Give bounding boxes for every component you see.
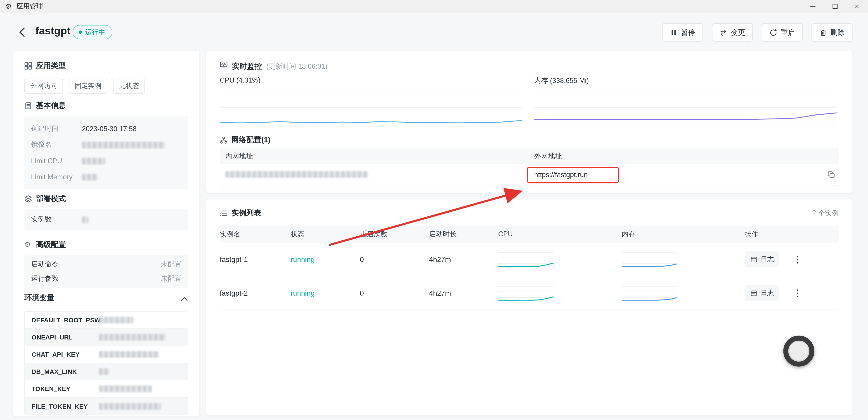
tag-fixed-instance: 固定实例 xyxy=(69,79,107,94)
env-value-redacted xyxy=(99,403,161,409)
cursor-ring xyxy=(783,336,814,367)
page-title: fastgpt xyxy=(35,25,70,37)
limit-cpu-redacted-value xyxy=(82,158,105,164)
instance-name: fastgpt-1 xyxy=(220,255,290,263)
instances-card: 实例列表 2 个实例 实例名 状态 重启次数 启动时长 CPU 内存 操作 fa… xyxy=(206,199,852,415)
instance-memory-sparkline xyxy=(622,248,745,270)
instance-restarts: 0 xyxy=(360,289,429,297)
run-params-row: 运行参数 未配置 xyxy=(31,271,182,286)
app-type-tags: 外网访问 固定实例 无状态 xyxy=(24,79,145,94)
env-vars-title: 环境变量 xyxy=(24,293,54,303)
run-params-label: 运行参数 xyxy=(31,274,59,283)
log-icon xyxy=(750,256,757,263)
deploy-mode-section-header: 部署模式 xyxy=(24,194,66,204)
limit-memory-label: Limit Memory xyxy=(31,173,82,181)
more-options-icon[interactable]: ⋮ xyxy=(793,254,802,264)
app-type-section-header: 应用类型 xyxy=(24,61,66,71)
window-titlebar: ⚙ 应用管理 × xyxy=(0,0,868,13)
env-row: DEFAULT_ROOT_PSW xyxy=(25,312,188,329)
env-value xyxy=(99,368,188,375)
instances-section-header: 实例列表 xyxy=(220,208,261,218)
env-value xyxy=(99,385,188,392)
pause-button-label: 暂停 xyxy=(681,27,695,37)
info-row-image: 镜像名 xyxy=(31,137,182,153)
instance-name: fastgpt-2 xyxy=(220,289,290,297)
cpu-chart xyxy=(220,88,522,129)
back-button[interactable] xyxy=(17,26,29,38)
info-row-created: 创建时间 2023-05-30 17:58 xyxy=(31,121,182,137)
env-value-redacted xyxy=(99,368,109,375)
copy-icon[interactable] xyxy=(827,171,835,179)
gear-icon: ⚙ xyxy=(24,241,32,248)
pause-button[interactable]: 暂停 xyxy=(662,23,703,41)
env-row: FILE_TOKEN_KEY xyxy=(25,398,188,415)
delete-button-label: 删除 xyxy=(831,27,845,37)
external-url-link[interactable]: https://fastgpt.run xyxy=(534,171,588,179)
log-button[interactable]: 日志 xyxy=(745,285,779,301)
launch-command-value: 未配置 xyxy=(161,260,182,269)
network-title: 网络配置(1) xyxy=(231,135,271,145)
env-key: DB_MAX_LINK xyxy=(25,368,99,375)
close-icon: × xyxy=(855,3,859,10)
pause-icon xyxy=(670,29,678,36)
launch-command-row: 启动命令 未配置 xyxy=(31,257,182,271)
env-vars-section-header: 环境变量 xyxy=(24,293,188,303)
memory-chart-label: 内存 (338.655 Mi) xyxy=(534,77,589,86)
delete-button[interactable]: 删除 xyxy=(811,23,852,41)
env-key: DEFAULT_ROOT_PSW xyxy=(25,317,99,323)
external-url-highlight-box: https://fastgpt.run xyxy=(527,167,619,183)
app-info-sidebar: 应用类型 外网访问 固定实例 无状态 基本信息 创建时间 2023-05-30 … xyxy=(13,51,199,416)
created-label: 创建时间 xyxy=(31,124,82,133)
instance-count-label: 实例数 xyxy=(31,215,82,224)
close-button[interactable]: × xyxy=(846,0,868,13)
network-section-header: 网络配置(1) xyxy=(220,135,271,145)
instances-table-header: 实例名 状态 重启次数 启动时长 CPU 内存 操作 xyxy=(220,226,839,242)
change-icon xyxy=(720,29,727,36)
minimize-icon xyxy=(810,6,815,6)
env-key: TOKEN_KEY xyxy=(25,385,99,392)
internal-address-column: 内网地址 xyxy=(220,152,534,161)
minimize-button[interactable] xyxy=(802,0,824,13)
log-button-label: 日志 xyxy=(761,254,774,264)
instance-status: running xyxy=(290,289,360,297)
delete-icon xyxy=(819,29,827,36)
env-row: DB_MAX_LINK xyxy=(25,363,188,381)
advanced-config-title: 高级配置 xyxy=(36,240,66,250)
column-restarts: 重启次数 xyxy=(360,230,429,239)
header-actions: 暂停 变更 重启 删除 xyxy=(662,23,852,41)
window-controls: × xyxy=(802,0,868,13)
env-vars-table: DEFAULT_ROOT_PSW ONEAPI_URL CHAT_API_KEY… xyxy=(24,311,188,415)
network-icon xyxy=(220,136,227,144)
instance-memory-sparkline xyxy=(622,282,745,304)
status-badge-label: 运行中 xyxy=(85,27,105,37)
change-button[interactable]: 变更 xyxy=(712,23,753,41)
tag-stateless: 无状态 xyxy=(113,79,145,94)
deploy-mode-box: 实例数 xyxy=(24,209,188,230)
env-row: ONEAPI_URL xyxy=(25,329,188,346)
app-window: ⚙ 应用管理 × fastgpt 运行中 暂停 变更 重启 删除 xyxy=(0,0,868,420)
image-name-redacted-value xyxy=(82,142,165,148)
monitor-title: 实时监控 xyxy=(232,62,262,71)
log-button[interactable]: 日志 xyxy=(745,251,779,267)
instance-uptime: 4h27m xyxy=(429,289,498,297)
env-value xyxy=(99,317,188,323)
basic-info-section-header: 基本信息 xyxy=(24,101,66,111)
info-row-limit-cpu: Limit CPU xyxy=(31,153,182,169)
maximize-button[interactable] xyxy=(824,0,846,13)
restart-button[interactable]: 重启 xyxy=(762,23,803,41)
chevron-up-icon[interactable] xyxy=(180,295,188,301)
network-table: 内网地址 外网地址 https://fastgpt.run xyxy=(220,148,839,186)
env-value-redacted xyxy=(99,385,152,392)
instance-row: fastgpt-2 running 0 4h27m xyxy=(220,276,839,310)
info-row-limit-memory: Limit Memory xyxy=(31,169,182,185)
launch-command-label: 启动命令 xyxy=(31,260,59,269)
app-type-title: 应用类型 xyxy=(36,61,66,71)
column-status: 状态 xyxy=(290,230,360,239)
restart-button-label: 重启 xyxy=(780,27,795,37)
env-value xyxy=(99,334,188,340)
limit-memory-redacted-value xyxy=(82,174,97,180)
more-options-icon[interactable]: ⋮ xyxy=(793,288,802,298)
instance-cpu-sparkline xyxy=(498,282,622,304)
basic-info-title: 基本信息 xyxy=(36,101,66,111)
instance-count-text: 2 个实例 xyxy=(812,209,839,218)
